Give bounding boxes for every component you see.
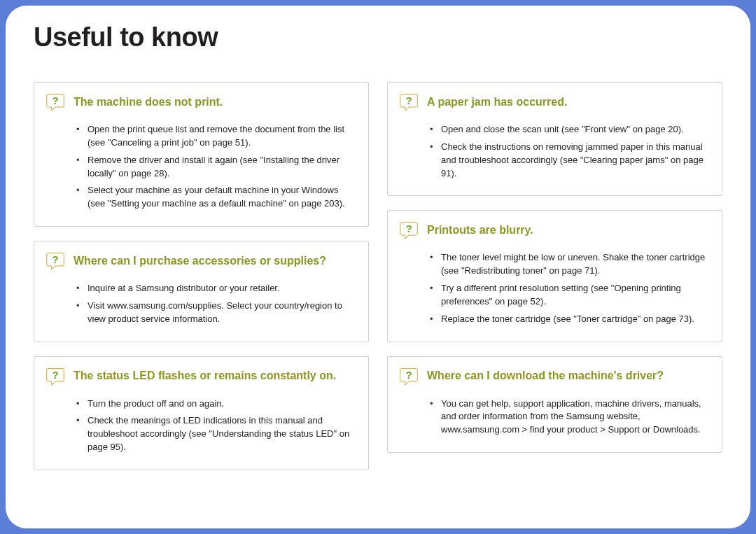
- document-page: Useful to know The machine does not prin…: [6, 6, 750, 528]
- list-item: Turn the product off and on again.: [76, 398, 357, 411]
- card-header: The status LED flashes or remains consta…: [46, 367, 357, 386]
- card-header: The machine does not print.: [46, 92, 357, 112]
- card-title: Printouts are blurry.: [427, 223, 533, 238]
- faq-card: The status LED flashes or remains consta…: [34, 356, 369, 470]
- card-list: Turn the product off and on again.Check …: [46, 398, 357, 454]
- card-title: Where can I download the machine's drive…: [427, 369, 664, 384]
- columns-container: The machine does not print.Open the prin…: [34, 82, 722, 470]
- card-list: The toner level might be low or uneven. …: [399, 251, 710, 325]
- card-list: Inquire at a Samsung distributor or your…: [46, 282, 357, 326]
- question-icon: [399, 92, 419, 112]
- left-column: The machine does not print.Open the prin…: [34, 82, 369, 470]
- card-list: Open and close the scan unit (see "Front…: [399, 123, 710, 180]
- card-header: Where can I download the machine's drive…: [399, 367, 710, 386]
- list-item: Open the print queue list and remove the…: [76, 123, 357, 150]
- card-title: Where can I purchase accessories or supp…: [74, 254, 326, 269]
- list-item: Remove the driver and install it again (…: [76, 154, 357, 181]
- card-title: The status LED flashes or remains consta…: [74, 369, 336, 384]
- faq-card: The machine does not print.Open the prin…: [34, 82, 369, 227]
- card-header: Where can I purchase accessories or supp…: [46, 251, 357, 271]
- question-icon: [46, 92, 65, 112]
- card-title: The machine does not print.: [74, 95, 223, 110]
- faq-card: Where can I download the machine's drive…: [387, 356, 722, 454]
- list-item: The toner level might be low or uneven. …: [430, 251, 710, 278]
- right-column: A paper jam has occurred.Open and close …: [387, 82, 722, 470]
- card-title: A paper jam has occurred.: [427, 95, 567, 110]
- list-item: You can get help, support application, m…: [430, 398, 710, 437]
- card-list: Open the print queue list and remove the…: [46, 123, 357, 211]
- list-item: Select your machine as your default mach…: [76, 184, 357, 211]
- question-icon: [399, 367, 419, 386]
- faq-card: A paper jam has occurred.Open and close …: [387, 82, 722, 196]
- list-item: Inquire at a Samsung distributor or your…: [76, 282, 357, 295]
- list-item: Replace the toner cartridge (see "Toner …: [430, 313, 710, 326]
- page-title: Useful to know: [34, 22, 722, 52]
- list-item: Check the instructions on removing jamme…: [430, 141, 710, 181]
- question-icon: [46, 367, 65, 386]
- card-header: A paper jam has occurred.: [399, 92, 710, 112]
- list-item: Visit www.samsung.com/supplies. Select y…: [76, 300, 357, 326]
- faq-card: Printouts are blurry.The toner level mig…: [387, 210, 722, 342]
- card-list: You can get help, support application, m…: [399, 398, 710, 437]
- question-icon: [46, 251, 65, 271]
- list-item: Open and close the scan unit (see "Front…: [430, 123, 710, 136]
- card-header: Printouts are blurry.: [399, 220, 710, 240]
- question-icon: [399, 220, 419, 240]
- list-item: Try a different print resolution setting…: [430, 282, 710, 309]
- faq-card: Where can I purchase accessories or supp…: [34, 241, 369, 342]
- list-item: Check the meanings of LED indications in…: [76, 414, 357, 454]
